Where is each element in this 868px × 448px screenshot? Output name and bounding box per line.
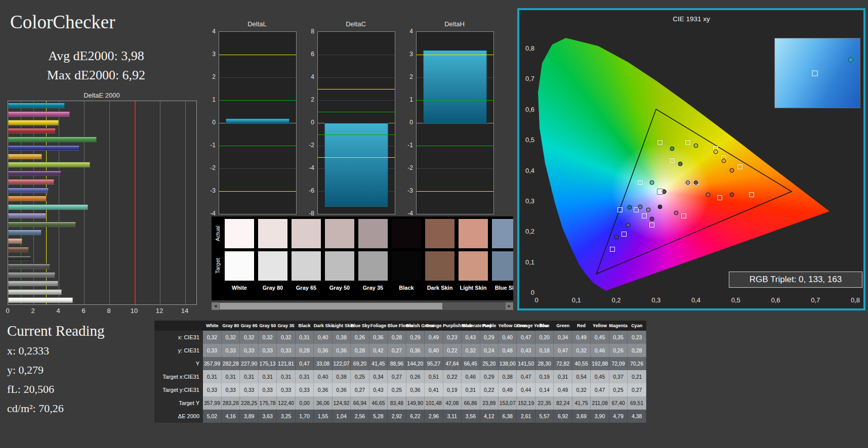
x-tick-label: 2	[31, 307, 34, 315]
cell: 192,88	[591, 357, 609, 370]
row-label: x: CIE31	[154, 331, 203, 344]
scroll-right-arrow[interactable]: ►	[506, 302, 513, 310]
cell: 0,20	[535, 331, 553, 344]
y-tick-label: -3	[210, 187, 216, 194]
cell: 282,28	[221, 357, 239, 370]
y-tick-label: -4	[210, 210, 216, 217]
y-tick-label: 2	[311, 96, 314, 103]
cell: 0,21	[628, 370, 646, 383]
gridline-x-4	[59, 101, 59, 304]
avg-de2000-label: Avg dE2000: 3,98	[15, 49, 177, 64]
tolerance-line-yellow	[318, 89, 395, 89]
deltae-bar-green	[8, 137, 97, 142]
cell: 211,08	[591, 396, 609, 410]
column-header-white: White	[203, 321, 221, 331]
x-tick-label: 8	[107, 307, 110, 315]
cell: 152,19	[517, 396, 535, 410]
target-swatch-gray-35	[358, 251, 388, 281]
cell: 153,07	[499, 396, 517, 410]
deltae-bar-foliage	[8, 221, 76, 227]
patch-strip-scrollbar[interactable]: ◄ ►	[212, 302, 513, 310]
cell: 0,47	[554, 344, 572, 357]
deltae-bar-blue-sky	[8, 230, 42, 235]
cell: 0,43	[369, 383, 387, 396]
gridline-y-4	[318, 77, 395, 78]
cell: 141,50	[517, 357, 535, 370]
cell: 0,36	[406, 383, 424, 396]
cell: 0,27	[351, 383, 369, 396]
x-tick-label: 4	[56, 307, 60, 315]
column-header-yellow-green: Yellow Green	[499, 321, 517, 331]
cell: 0,36	[314, 383, 332, 396]
deltae-bar-blue	[8, 145, 79, 151]
cell: 0,38	[499, 370, 517, 383]
y-tick-label: -2	[309, 142, 314, 149]
cell: 357,99	[203, 357, 221, 370]
scroll-left-arrow[interactable]: ◄	[212, 302, 219, 310]
table-row-target-y-cie31: Target y:CIE310,330,330,330,330,330,330,…	[154, 383, 646, 396]
deltah-yaxis: 43210-1-2-3-4	[401, 31, 414, 213]
y-tick-label: -6	[309, 187, 314, 194]
cell: 101,48	[425, 396, 443, 410]
cell: 0,28	[295, 344, 313, 357]
y-tick-label: 2	[212, 73, 216, 80]
cell: 83,48	[388, 396, 406, 410]
cell: 0,45	[591, 370, 609, 383]
deltae-bar-orange	[8, 196, 47, 201]
scrollbar-thumb[interactable]	[220, 303, 442, 309]
current-reading-heading: Current Reading	[7, 323, 104, 339]
deltae-bar-blue-flower	[8, 213, 46, 218]
cell: 0,33	[221, 344, 239, 357]
table-row-target-y: Target Y357,99283,28228,25175,78122,400,…	[154, 396, 646, 410]
cell: 175,13	[258, 357, 276, 370]
deltac-panel: DeltaC 86420-2-4-6-8	[302, 20, 394, 218]
cell: 0,40	[425, 344, 443, 357]
deltae-bar-red	[8, 128, 56, 133]
page-title: ColorChecker	[10, 11, 115, 33]
deltac-chart-title: DeltaC	[317, 20, 394, 28]
cell: 175,78	[258, 396, 276, 410]
cell: 6,22	[406, 410, 424, 423]
column-header-red: Red	[572, 321, 590, 331]
gridline-x-8	[109, 101, 110, 304]
cell: 22,35	[535, 396, 553, 410]
cell: 88,96	[388, 357, 406, 370]
row-label: Y	[154, 357, 203, 370]
cell: 0,37	[609, 370, 627, 383]
deltae-bar-orange-yellow	[8, 154, 42, 159]
cell: 40,55	[572, 357, 590, 370]
deltae-bar-black	[8, 255, 31, 261]
cell: 0,32	[221, 331, 239, 344]
column-header-black: Black	[295, 321, 313, 331]
cell: 0,27	[628, 383, 646, 396]
cell: 0,47	[295, 357, 313, 370]
gridline-x-12	[160, 101, 160, 304]
cell: 0,38	[332, 331, 350, 344]
column-header-gray-35: Gray 35	[277, 321, 295, 331]
tolerance-line-green	[417, 146, 493, 146]
deltae-bar-purple	[8, 170, 61, 176]
y-tick-label: -8	[309, 210, 314, 217]
column-header-gray-50: Gray 50	[258, 321, 276, 331]
column-header-cyan: Cyan	[628, 321, 646, 331]
cell: 72,82	[554, 357, 572, 370]
y-tick-label: 4	[409, 28, 413, 35]
cell: 4,16	[221, 410, 239, 423]
cell: 0,19	[443, 383, 461, 396]
cell: 0,31	[277, 370, 295, 383]
x-tick-label: 0	[6, 307, 9, 315]
x-tick-label: 0,3	[651, 296, 660, 304]
tolerance-line-yellow	[417, 55, 493, 55]
cell: 0,43	[517, 344, 535, 357]
deltae-bar-bluish-green	[8, 204, 88, 210]
column-header-gray-65: Gray 65	[240, 321, 258, 331]
cell: 5,28	[369, 410, 387, 423]
target-swatch-blue-sky	[492, 251, 513, 281]
column-header-blue-sky: Blue Sky	[351, 321, 369, 331]
actual-swatch-black	[392, 219, 421, 248]
actual-swatch-blue-sky	[492, 219, 513, 248]
cell: 42,08	[443, 396, 461, 410]
cell: 3,89	[240, 410, 258, 423]
patch-name-blue-sky: Blue Sky	[490, 285, 513, 291]
table-row-y-cie31: y: CIE310,330,330,330,330,330,280,360,36…	[154, 344, 646, 357]
